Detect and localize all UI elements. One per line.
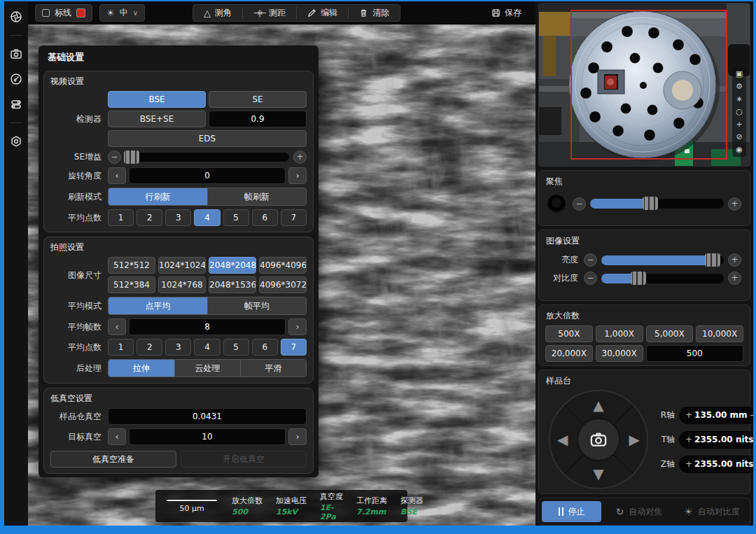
gear-icon[interactable] <box>9 134 23 148</box>
slider-track[interactable] <box>601 255 724 265</box>
vacuum-prepare-button[interactable]: 低真空准备 <box>50 451 176 468</box>
avg-point-option[interactable]: 7 <box>281 339 307 356</box>
avg-point-option[interactable]: 3 <box>165 209 191 226</box>
avg-point-option[interactable]: 5 <box>223 339 249 356</box>
increment-button[interactable]: › <box>288 318 307 335</box>
edit-button[interactable]: 编辑 <box>297 5 348 21</box>
avg-mode-frame-option[interactable]: 帧平均 <box>207 297 306 314</box>
mag-preset-button[interactable]: 30,000X <box>596 345 643 362</box>
rotation-value[interactable]: 0 <box>129 167 286 184</box>
detector-bse-button[interactable]: BSE <box>108 91 206 108</box>
avg-point-option[interactable]: 7 <box>281 209 307 226</box>
focus-knob-icon[interactable] <box>547 195 566 213</box>
stage-up-button[interactable]: ▲ <box>593 398 603 412</box>
plus-button[interactable]: + <box>728 253 741 267</box>
size-option[interactable]: 4096*3072 <box>259 276 307 293</box>
plus-button[interactable]: + <box>728 272 741 285</box>
chamber-camera-view[interactable]: ▣ ⚙ ∗ ○ + ⊘ ◉ <box>538 3 750 167</box>
stage-left-button[interactable]: ◀ <box>557 433 568 447</box>
target-vacuum-value[interactable]: 10 <box>129 428 286 445</box>
decrement-button[interactable]: ‹ <box>108 167 126 184</box>
measure-distance-button[interactable]: →|← 测距 <box>243 5 296 21</box>
move-icon[interactable]: + <box>736 119 742 129</box>
mag-preset-button[interactable]: 5,000X <box>646 325 694 342</box>
slider-handle[interactable] <box>124 150 139 164</box>
stop-button[interactable]: 停止 <box>542 501 601 522</box>
post-smooth-option[interactable]: 平滑 <box>240 360 306 377</box>
stage-camera-button[interactable] <box>577 418 620 461</box>
avg-point-option[interactable]: 4 <box>194 339 220 356</box>
avg-frames-value[interactable]: 8 <box>129 318 286 335</box>
minus-icon[interactable]: − <box>750 410 753 420</box>
marker-checkbox[interactable] <box>42 9 50 17</box>
magnification-input[interactable]: 500 <box>646 345 744 362</box>
plus-button[interactable]: + <box>293 150 307 164</box>
size-option[interactable]: 4096*4096 <box>259 257 307 274</box>
minus-button[interactable]: − <box>573 197 586 211</box>
slider-track[interactable] <box>125 153 289 162</box>
increment-button[interactable]: › <box>288 167 307 184</box>
save-button[interactable]: 保存 <box>484 7 528 19</box>
camera-icon[interactable] <box>9 47 23 61</box>
toggles-icon[interactable] <box>9 97 23 111</box>
refresh-frame-option[interactable]: 帧刷新 <box>207 188 306 205</box>
avg-point-option[interactable]: 6 <box>252 339 278 356</box>
marker-color-swatch[interactable] <box>76 8 85 17</box>
size-option[interactable]: 512*512 <box>108 257 155 274</box>
minus-button[interactable]: − <box>108 150 121 164</box>
size-option[interactable]: 2048*1536 <box>209 276 256 293</box>
detector-eds-button[interactable]: EDS <box>108 130 307 147</box>
plus-icon[interactable]: + <box>685 410 692 420</box>
slider-handle[interactable] <box>643 197 658 210</box>
camera-icon[interactable]: ▣ <box>736 69 743 79</box>
webcam-icon[interactable]: ◉ <box>736 144 743 155</box>
avg-point-option[interactable]: 4 <box>194 209 220 226</box>
clear-button[interactable]: 清除 <box>349 5 400 21</box>
post-stretch-option[interactable]: 拉伸 <box>108 360 174 377</box>
minus-button[interactable]: − <box>584 272 597 285</box>
vacuum-start-button[interactable]: 开启低真空 <box>181 451 307 468</box>
refresh-line-option[interactable]: 行刷新 <box>108 188 207 205</box>
aperture-icon[interactable] <box>9 10 23 24</box>
mag-preset-button[interactable]: 20,000X <box>545 345 593 362</box>
avg-mode-point-option[interactable]: 点平均 <box>108 297 207 314</box>
increment-button[interactable]: › <box>288 428 307 445</box>
stage-right-button[interactable]: ▶ <box>629 433 640 447</box>
avg-point-option[interactable]: 3 <box>165 339 191 356</box>
plus-icon[interactable]: + <box>685 435 692 444</box>
avg-point-option[interactable]: 5 <box>223 209 249 226</box>
chamber-vacuum-value[interactable]: 0.0431 <box>108 408 307 425</box>
gear-icon[interactable]: ⚙ <box>736 81 743 92</box>
size-option[interactable]: 2048*2048 <box>209 257 256 274</box>
decrement-button[interactable]: ‹ <box>108 428 126 445</box>
size-option[interactable]: 512*384 <box>108 276 155 293</box>
plus-icon[interactable]: + <box>685 459 692 469</box>
avg-point-option[interactable]: 2 <box>136 339 162 356</box>
brightness-dropdown[interactable]: ☀ 中 ∨ <box>99 4 145 22</box>
axis-t-field[interactable]: + 2355.00 nits − <box>679 431 753 449</box>
post-cloud-option[interactable]: 云处理 <box>174 360 240 377</box>
size-option[interactable]: 1024*1024 <box>158 257 206 274</box>
mag-preset-button[interactable]: 10,000X <box>696 325 743 342</box>
measure-angle-button[interactable]: △ 测角 <box>193 5 242 21</box>
axis-r-field[interactable]: + 135.00 mm − <box>679 407 753 424</box>
avg-point-option[interactable]: 6 <box>252 209 278 226</box>
circle-icon[interactable]: ○ <box>736 106 743 117</box>
detector-se-button[interactable]: SE <box>209 91 307 108</box>
slider-track[interactable] <box>590 199 724 209</box>
stage-down-button[interactable]: ▼ <box>593 467 603 481</box>
avg-point-option[interactable]: 2 <box>136 209 162 226</box>
slider-handle[interactable] <box>631 272 646 285</box>
size-option[interactable]: 1024*768 <box>158 276 206 293</box>
compass-icon[interactable] <box>9 72 23 86</box>
mag-preset-button[interactable]: 1,000X <box>596 325 643 342</box>
decrement-button[interactable]: ‹ <box>108 318 126 335</box>
axis-z-field[interactable]: + 2355.00 nits − <box>679 456 753 473</box>
slider-track[interactable] <box>601 274 724 283</box>
slider-handle[interactable] <box>705 253 720 267</box>
disable-icon[interactable]: ⊘ <box>736 132 742 142</box>
detector-mix-input[interactable]: 0.9 <box>209 111 307 127</box>
auto-focus-button[interactable]: ↻ 自动对焦 <box>604 501 674 522</box>
mag-preset-button[interactable]: 500X <box>545 325 593 342</box>
avg-point-option[interactable]: 1 <box>108 209 134 226</box>
